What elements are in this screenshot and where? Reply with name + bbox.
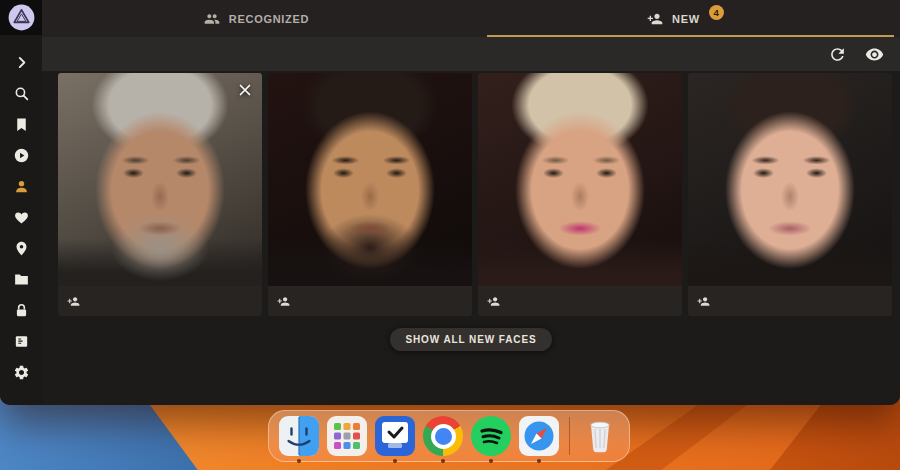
wallpaper-corner-wedge <box>770 395 900 470</box>
tab-recognized[interactable]: RECOGNIZED <box>42 0 471 37</box>
add-person-button[interactable] <box>277 293 293 309</box>
chrome-app-icon[interactable] <box>423 416 463 456</box>
add-person-button[interactable] <box>697 293 713 309</box>
add-person-button[interactable] <box>67 293 83 309</box>
tab-badge: 4 <box>709 5 724 20</box>
running-indicator <box>393 459 397 463</box>
add-person-button[interactable] <box>487 293 503 309</box>
person-add-icon <box>697 295 710 308</box>
face-photo[interactable] <box>58 73 262 286</box>
running-indicator <box>537 459 541 463</box>
person-add-icon <box>67 295 80 308</box>
face-photo[interactable] <box>268 73 472 286</box>
person-add-icon <box>277 295 290 308</box>
show-all-new-faces-button[interactable]: SHOW ALL NEW FACES <box>390 328 551 351</box>
place-pin-icon <box>13 240 30 257</box>
sidebar-item-favorites[interactable] <box>6 206 36 228</box>
library-icon <box>13 333 30 350</box>
face-card-footer <box>478 286 682 316</box>
sidebar-item-folders[interactable] <box>6 268 36 290</box>
heart-icon <box>13 209 30 226</box>
face-card-footer <box>688 286 892 316</box>
sidebar <box>0 0 42 405</box>
face-card-new-face-2 <box>268 73 472 316</box>
search-icon <box>13 85 30 102</box>
refresh-button[interactable] <box>828 44 848 64</box>
person-add-icon <box>647 11 663 27</box>
close-icon <box>236 81 254 99</box>
person-add-icon <box>487 295 500 308</box>
things-app-icon[interactable] <box>375 416 415 456</box>
tab-new[interactable]: NEW4 <box>471 0 900 37</box>
sidebar-item-library[interactable] <box>6 330 36 352</box>
face-card-new-face-3 <box>478 73 682 316</box>
photoprism-logo-icon <box>7 3 36 32</box>
people-icon <box>204 11 220 27</box>
running-indicator <box>441 459 445 463</box>
sidebar-item-people[interactable] <box>6 175 36 197</box>
show-hidden-button[interactable] <box>865 44 885 64</box>
show-all-row: SHOW ALL NEW FACES <box>58 328 900 351</box>
gear-icon <box>13 364 30 381</box>
face-card-footer <box>58 286 262 316</box>
sidebar-item-expand[interactable] <box>6 51 36 73</box>
tab-label: RECOGNIZED <box>229 13 309 25</box>
dismiss-face-button[interactable] <box>234 79 256 101</box>
sidebar-item-settings[interactable] <box>6 361 36 383</box>
sidebar-nav <box>0 35 42 383</box>
dock <box>268 410 630 462</box>
face-card-new-face-4 <box>688 73 892 316</box>
sidebar-item-search[interactable] <box>6 82 36 104</box>
trash-app-icon[interactable] <box>580 416 620 456</box>
running-indicator <box>489 459 493 463</box>
running-indicator <box>297 459 301 463</box>
eye-icon <box>865 45 884 64</box>
person-icon <box>13 178 30 195</box>
bookmark-icon <box>13 116 30 133</box>
sidebar-item-videos[interactable] <box>6 144 36 166</box>
tab-bar: RECOGNIZEDNEW4 <box>42 0 900 37</box>
face-card-new-face-1 <box>58 73 262 316</box>
finder-app-icon[interactable] <box>279 416 319 456</box>
spotify-app-icon[interactable] <box>471 416 511 456</box>
sidebar-item-places[interactable] <box>6 237 36 259</box>
face-photo[interactable] <box>688 73 892 286</box>
new-faces-row <box>58 73 900 316</box>
tab-label: NEW <box>672 13 700 25</box>
dock-separator <box>569 417 570 455</box>
photoprism-logo[interactable] <box>0 0 42 35</box>
refresh-icon <box>828 45 847 64</box>
sidebar-item-albums[interactable] <box>6 113 36 135</box>
wallpaper-blue-wedge <box>0 395 230 470</box>
main-area: RECOGNIZEDNEW4 SHOW ALL NEW FACES <box>42 0 900 405</box>
toolbar <box>42 37 900 71</box>
content-area: SHOW ALL NEW FACES <box>42 71 900 405</box>
face-card-footer <box>268 286 472 316</box>
lock-icon <box>13 302 30 319</box>
chevron-right-icon <box>13 54 30 71</box>
photoprism-window: RECOGNIZEDNEW4 SHOW ALL NEW FACES <box>0 0 900 405</box>
desktop: RECOGNIZEDNEW4 SHOW ALL NEW FACES <box>0 0 900 470</box>
face-photo[interactable] <box>478 73 682 286</box>
safari-app-icon[interactable] <box>519 416 559 456</box>
launchpad-app-icon[interactable] <box>327 416 367 456</box>
play-circle-icon <box>13 147 30 164</box>
sidebar-item-private[interactable] <box>6 299 36 321</box>
folder-icon <box>13 271 30 288</box>
